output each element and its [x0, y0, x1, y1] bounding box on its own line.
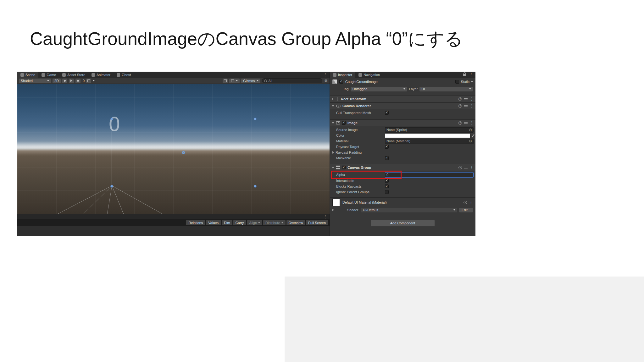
canvas-group-icon — [336, 166, 338, 167]
values-button[interactable]: Values — [206, 220, 221, 225]
rect-handle-bottom-right[interactable] — [254, 185, 257, 188]
maximize-icon[interactable]: ⧉ — [324, 79, 328, 83]
color-swatch-field[interactable] — [385, 133, 470, 138]
eyedropper-icon[interactable] — [472, 134, 475, 137]
interactable-checkbox[interactable] — [385, 179, 389, 183]
object-picker-icon[interactable]: ⊙ — [469, 128, 472, 132]
selected-rect-gizmo[interactable] — [112, 119, 255, 186]
grid-dropdown-icon[interactable] — [93, 80, 95, 81]
property-row-interactable: Interactable — [330, 178, 475, 184]
rect-handle-top-right[interactable] — [254, 118, 257, 120]
more-icon[interactable]: ⋮ — [470, 104, 474, 108]
edit-button[interactable]: Edit... — [459, 208, 473, 212]
scene-search-input[interactable]: All — [262, 78, 322, 83]
rect-pivot[interactable] — [182, 151, 185, 154]
tab-navigation[interactable]: Navigation — [355, 72, 383, 78]
cull-transparent-mesh-checkbox[interactable] — [385, 111, 389, 115]
2d-toggle[interactable]: 2D — [53, 79, 61, 83]
carry-button[interactable]: Carry — [233, 220, 246, 225]
tab-game[interactable]: Game — [38, 72, 59, 78]
audio-toggle-icon[interactable] — [69, 79, 74, 83]
source-image-object-field[interactable]: None (Sprite) ⊙ — [385, 127, 474, 133]
dim-button[interactable]: Dim — [222, 220, 232, 225]
tab-scene[interactable]: Scene — [17, 72, 38, 78]
gizmos-dropdown[interactable]: Gizmos — [241, 79, 260, 83]
effects-toggle-icon[interactable] — [75, 79, 80, 83]
component-header-canvas-renderer[interactable]: Canvas Renderer ? ⋮ — [330, 102, 475, 109]
more-icon[interactable]: ⋮ — [469, 200, 473, 205]
align-button[interactable]: Align — [247, 220, 262, 225]
more-icon[interactable]: ⋮ — [470, 97, 474, 101]
component-header-rect-transform[interactable]: Rect Transform ? ⋮ — [330, 96, 475, 102]
foldout-collapsed-icon[interactable] — [332, 98, 333, 100]
foldout-expanded-icon[interactable] — [332, 122, 334, 124]
inspector-more-icon[interactable]: ⋮ — [467, 72, 475, 78]
preset-icon[interactable] — [464, 98, 468, 101]
lighting-toggle-icon[interactable] — [62, 79, 67, 83]
preset-icon[interactable] — [464, 166, 468, 169]
tab-inspector[interactable]: Inspector — [330, 72, 355, 78]
component-header-canvas-group[interactable]: Canvas Group ? ⋮ — [330, 164, 475, 171]
ignore-parent-groups-checkbox[interactable] — [385, 190, 389, 194]
layer-dropdown[interactable]: UI — [419, 87, 473, 91]
more-icon[interactable]: ⋮ — [470, 121, 474, 125]
property-row-material: Material None (Material) ⊙ — [330, 138, 475, 144]
help-icon[interactable]: ? — [458, 166, 462, 169]
help-icon[interactable]: ? — [458, 121, 462, 125]
component-header-image[interactable]: Image ? ⋮ — [330, 119, 475, 126]
canvas-renderer-icon — [336, 105, 341, 107]
tab-animator[interactable]: Animator — [88, 72, 114, 78]
tag-dropdown[interactable]: Untagged — [351, 87, 407, 91]
slide-title: CaughtGroundImageのCanvas Group Alpha “0”… — [17, 27, 475, 51]
object-picker-icon[interactable]: ⊙ — [469, 139, 472, 143]
subbar-more-icon[interactable]: ⋮ — [321, 215, 330, 219]
inspector-tab-bar: Inspector Navigation ⋮ — [330, 72, 475, 78]
foldout-collapsed-icon[interactable] — [332, 209, 334, 211]
background-shade — [285, 277, 644, 362]
maskable-checkbox[interactable] — [385, 156, 389, 160]
preset-icon[interactable] — [464, 105, 468, 107]
foldout-expanded-icon[interactable] — [332, 105, 334, 107]
property-row-raycast-target: Raycast Target — [330, 144, 475, 150]
material-object-field[interactable]: None (Material) ⊙ — [385, 139, 474, 144]
alpha-value-field[interactable]: 0 — [385, 172, 474, 178]
image-enabled-checkbox[interactable] — [342, 121, 346, 125]
more-icon[interactable]: ⋮ — [470, 165, 474, 170]
foldout-expanded-icon[interactable] — [332, 167, 334, 168]
preset-icon[interactable] — [464, 122, 468, 124]
scene-viewport[interactable]: 0 — [17, 84, 330, 214]
rect-handle-bottom-left[interactable] — [110, 185, 113, 188]
gameobject-name-field[interactable]: CaughtGroundImage — [345, 80, 453, 84]
shaded-dropdown[interactable]: Shaded — [19, 79, 51, 83]
tab-asset-store[interactable]: Asset Store — [59, 72, 88, 78]
component-title: Image — [347, 121, 457, 125]
scene-more-icon[interactable]: ⋮ — [321, 72, 330, 78]
property-label: Blocks Raycasts — [330, 184, 385, 188]
static-control[interactable]: Static — [455, 80, 473, 84]
rect-handle-top-left[interactable] — [110, 118, 113, 120]
blocks-raycasts-checkbox[interactable] — [385, 184, 389, 188]
raycast-target-checkbox[interactable] — [385, 145, 389, 149]
grid-visibility-icon[interactable] — [86, 79, 91, 83]
canvas-group-enabled-checkbox[interactable] — [342, 166, 346, 169]
active-checkbox[interactable] — [339, 80, 343, 84]
overview-button[interactable]: Overview — [286, 220, 305, 225]
distribute-button[interactable]: Distribute — [263, 220, 285, 225]
help-icon[interactable]: ? — [458, 104, 462, 108]
tools-icon[interactable] — [223, 79, 228, 83]
material-preview-header[interactable]: Default UI Material (Material) ? ⋮ — [330, 197, 475, 207]
help-icon[interactable]: ? — [458, 97, 462, 101]
tabbar-spacer — [134, 72, 321, 78]
camera-icon — [231, 80, 234, 82]
help-icon[interactable]: ? — [464, 201, 467, 204]
shader-dropdown[interactable]: UI/Default — [361, 208, 457, 212]
static-checkbox[interactable] — [455, 80, 459, 84]
relations-button[interactable]: Relations — [186, 220, 205, 225]
add-component-button[interactable]: Add Component — [371, 220, 435, 227]
foldout-collapsed-icon[interactable] — [332, 151, 334, 154]
camera-dropdown[interactable] — [229, 79, 240, 83]
image-component-icon — [336, 121, 340, 124]
tab-ghost[interactable]: Ghost — [114, 72, 134, 78]
lock-icon[interactable] — [463, 74, 466, 76]
full-screen-button[interactable]: Full Screen — [306, 220, 328, 225]
